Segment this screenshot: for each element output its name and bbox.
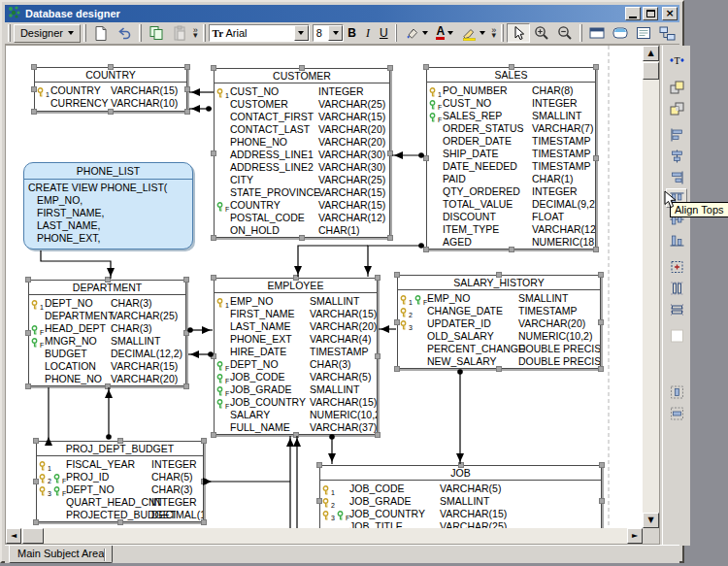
table-view-button[interactable] <box>585 23 609 43</box>
center-vertically-button[interactable] <box>666 404 687 423</box>
column-row: F COUNTRY VARCHAR(15) <box>215 199 389 212</box>
foreign-key-icon <box>52 474 62 483</box>
font-name-dropdown[interactable] <box>294 25 309 41</box>
column-type: VARCHAR(4) <box>310 333 371 346</box>
entity-phone_list[interactable]: PHONE_LISTCREATE VIEW PHONE_LIST(EMP_NO,… <box>23 162 193 250</box>
relationship-line-phonelist-department[interactable] <box>41 250 111 279</box>
column-row: 1 CUST_NO INTEGER <box>215 85 389 98</box>
er-model-button[interactable] <box>655 23 679 43</box>
horizontal-scrollbar[interactable]: ◄ ► <box>6 528 643 544</box>
bold-button[interactable]: B <box>344 23 360 43</box>
bring-to-front-button[interactable] <box>666 78 687 97</box>
align-centers-button[interactable] <box>666 147 687 166</box>
selection-handle <box>184 86 190 92</box>
toolbar-separator <box>203 24 206 42</box>
undo-button[interactable] <box>113 23 136 43</box>
column-name: DEPARTMENT <box>45 310 114 322</box>
column-row: F CUST_NO INTEGER <box>427 97 595 110</box>
make-same-height-button[interactable] <box>666 279 687 298</box>
entity-employee[interactable]: EMPLOYEE 1 EMP_NO SMALLINT FIRST_NAME VA… <box>214 278 378 435</box>
toolbar-grip[interactable] <box>8 24 11 42</box>
title-bar[interactable]: Database designer × <box>5 5 679 22</box>
column-row: CUSTOMER VARCHAR(25) <box>215 98 389 111</box>
scroll-down-button[interactable]: ▼ <box>643 513 659 528</box>
fit-text-button[interactable]: T <box>666 50 687 70</box>
column-type: CHAR(3) <box>111 322 152 335</box>
selection-handle <box>496 366 502 372</box>
column-type: VARCHAR(15) <box>318 186 385 199</box>
font-size-combobox[interactable]: 8 <box>313 24 344 42</box>
column-name: STATE_PROVINCE <box>230 186 320 199</box>
maximize-button[interactable] <box>643 7 658 20</box>
center-horizontally-button[interactable] <box>666 383 687 402</box>
new-document-button[interactable] <box>89 23 113 43</box>
make-same-width-button[interactable] <box>666 300 687 319</box>
entity-sales[interactable]: SALES 1 PO_NUMBER CHAR(8) F CUST_NO INTE… <box>426 67 596 250</box>
align-rights-button[interactable] <box>666 168 687 187</box>
relationship-line-rel-employee-top[interactable] <box>298 246 368 277</box>
entity-title: COUNTRY <box>35 68 186 83</box>
italic-button[interactable]: I <box>360 23 376 43</box>
column-name: TOTAL_VALUE <box>443 198 513 211</box>
tab-main-subject-area[interactable]: Main Subject Area <box>9 546 113 563</box>
font-size-dropdown[interactable] <box>328 25 343 41</box>
column-name: FISCAL_YEAR <box>66 458 135 471</box>
entity-proj_dept_budget[interactable]: PROJ_DEPT_BUDGET 1 FISCAL_YEAR INTEGER 2… <box>36 441 204 522</box>
chevron-down-icon <box>298 31 304 35</box>
entity-customer[interactable]: CUSTOMER 1 CUST_NO INTEGER CUSTOMER VARC… <box>214 68 390 238</box>
align-lefts-button[interactable] <box>666 125 687 145</box>
entity-job[interactable]: JOB 1 JOB_CODE VARCHAR(5) 2 JOB_GRADE SM… <box>319 465 602 528</box>
relationship-dot-icon <box>206 106 212 112</box>
selection-handle <box>423 247 429 252</box>
select-tool-button[interactable] <box>507 23 530 43</box>
foreign-key-icon <box>336 511 346 520</box>
foreign-key-icon <box>414 295 423 305</box>
selection-handle <box>375 275 381 281</box>
vertical-scroll-thumb[interactable] <box>643 62 659 80</box>
scroll-right-button[interactable]: ► <box>627 528 643 544</box>
underline-button[interactable]: U <box>376 23 392 43</box>
relationship-arrow-icon <box>294 266 302 275</box>
zoom-in-button[interactable] <box>530 23 553 43</box>
chevron-down-icon <box>480 31 485 35</box>
entity-title: EMPLOYEE <box>215 279 377 293</box>
make-same-size-button[interactable] <box>666 257 687 277</box>
toolbar-overflow-button[interactable]: »▾ <box>489 28 498 38</box>
notes-view-button[interactable] <box>632 23 655 43</box>
close-button[interactable]: × <box>662 7 678 20</box>
diagram-canvas[interactable]: COUNTRY 1 COUNTRY VARCHAR(15) CURRENCY V… <box>6 46 643 528</box>
entity-title: PROJ_DEPT_BUDGET <box>37 442 203 456</box>
primary-key-icon <box>215 298 225 308</box>
font-color-button[interactable]: A <box>432 23 457 43</box>
minimize-button[interactable] <box>625 7 641 20</box>
send-to-back-button[interactable] <box>666 99 687 118</box>
column-row: F JOB_COUNTRY VARCHAR(15) <box>215 396 377 409</box>
column-name: HEAD_DEPT <box>45 322 106 335</box>
toolbar-overflow-button[interactable]: »▾ <box>191 28 200 38</box>
copy-button[interactable] <box>145 23 168 43</box>
zoom-out-button[interactable] <box>553 23 577 43</box>
entity-department[interactable]: DEPARTMENT 1 DEPT_NO CHAR(3) DEPARTMENT … <box>28 280 186 386</box>
scroll-left-button[interactable]: ◄ <box>6 528 21 544</box>
entity-salary_history[interactable]: SALARY_HISTORY 1 F EMP_NO SMALLINT 2 CHA… <box>397 275 601 369</box>
fill-color-button[interactable] <box>400 23 432 43</box>
rounded-view-button[interactable] <box>609 23 632 43</box>
align-bottoms-button[interactable] <box>666 231 687 250</box>
font-name-combobox[interactable]: Tr Arial <box>209 24 310 42</box>
highlight-color-button[interactable] <box>457 23 489 43</box>
horizontal-scroll-thumb[interactable] <box>22 528 44 544</box>
scroll-up-button[interactable]: ▲ <box>643 46 659 61</box>
column-name: CONTACT_LAST <box>230 123 310 136</box>
toolbar-separator <box>395 24 398 42</box>
column-type: VARCHAR(20) <box>310 320 377 333</box>
column-name: COUNTRY <box>230 199 281 212</box>
designer-menu-button[interactable]: Designer <box>14 24 81 43</box>
column-name: DISCOUNT <box>443 211 496 223</box>
entity-country[interactable]: COUNTRY 1 COUNTRY VARCHAR(15) CURRENCY V… <box>34 67 187 112</box>
paste-button[interactable] <box>168 23 191 43</box>
column-type: TIMESTAMP <box>310 346 368 358</box>
vertical-scrollbar[interactable]: ▲ ▼ <box>643 46 659 528</box>
column-row: OLD_SALARY NUMERIC(10,2) <box>398 330 600 343</box>
relationship-arrow-icon <box>364 266 372 275</box>
tabbar-divider <box>104 549 106 561</box>
